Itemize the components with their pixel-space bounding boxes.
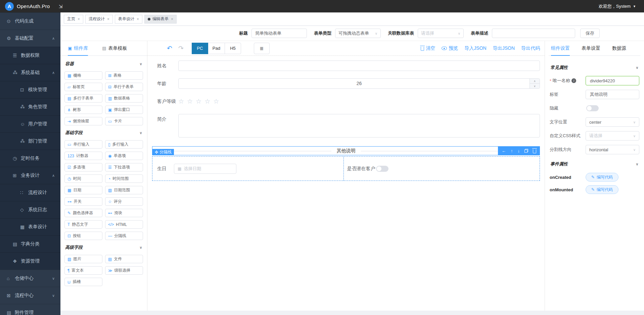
star-icon[interactable]: ☆ (196, 97, 201, 105)
sidebar-item[interactable]: ▤ 字典分类 (0, 235, 60, 252)
user-menu[interactable]: 欢迎您，System ▼ (599, 3, 636, 9)
component-item[interactable]: ⊷ 滑块 (105, 209, 143, 217)
page-tab[interactable]: 表单设计 × (115, 15, 142, 24)
sidebar-item[interactable]: ▦ 表单设计 (0, 218, 60, 235)
sidebar-item[interactable]: ☺ 用户管理 (0, 115, 60, 132)
sidebar-item[interactable]: ∷ 流程设计 (0, 184, 60, 201)
move-down-icon[interactable]: ↓ (518, 149, 520, 153)
sidebar-item[interactable]: ▤ 附件管理 (0, 304, 60, 315)
component-item[interactable]: ✎ 颜色选择器 (64, 209, 102, 217)
import-json-button[interactable]: 导入JSON (464, 45, 486, 51)
component-item[interactable]: ⋔ 树形 (64, 106, 102, 114)
export-json-button[interactable]: 导出JSON (493, 45, 515, 51)
properties-tab[interactable]: 表单设置 (582, 41, 600, 55)
custom-css-select[interactable]: 请选择 ∨ (586, 131, 639, 141)
undo-icon[interactable]: ↶ (167, 44, 172, 52)
clear-button[interactable]: 清空 (421, 45, 435, 51)
age-number-input[interactable]: 26 ∧ ∨ (178, 78, 540, 89)
device-button[interactable]: H5 (225, 43, 241, 54)
name-input[interactable] (178, 61, 540, 71)
delete-icon[interactable] (533, 149, 536, 153)
save-button[interactable]: 保存 (580, 29, 600, 38)
sidebar-item[interactable]: ⌂ 仓储中心 (0, 270, 60, 287)
component-item[interactable]: ▤ 文件 (105, 255, 143, 263)
form-title-input[interactable] (251, 29, 307, 38)
component-item[interactable]: ☆ 评分 (105, 197, 143, 206)
common-props-section-header[interactable]: 常见属性 ∨ (550, 65, 639, 71)
selected-divider-component[interactable]: 其他说明 ✜ 分隔线 ← ↑ ↓ (152, 146, 540, 155)
component-item[interactable]: ▧ 图片 (64, 255, 102, 263)
close-icon[interactable]: × (171, 17, 173, 22)
sidebar-item[interactable]: ⊡ 模块管理 (0, 81, 60, 98)
component-item[interactable]: T 静态文字 (64, 220, 102, 229)
properties-tab[interactable]: 数据源 (612, 41, 626, 55)
unique-name-input[interactable] (586, 76, 639, 85)
potential-toggle[interactable] (376, 166, 388, 172)
preview-button[interactable]: 预览 (442, 45, 458, 51)
component-item[interactable]: ▱ 标签页 (64, 83, 102, 91)
redo-icon[interactable]: ↷ (178, 44, 184, 52)
component-item[interactable]: ◷ 时间 (64, 174, 102, 183)
component-item[interactable]: ⊡ 按钮 (64, 232, 102, 240)
star-icon[interactable]: ☆ (187, 97, 193, 105)
component-item[interactable]: ⊞ 表格 (105, 71, 143, 80)
close-icon[interactable]: × (78, 17, 80, 22)
properties-tab[interactable]: 组件设置 (551, 41, 570, 55)
intro-textarea[interactable] (178, 114, 540, 137)
event-props-section-header[interactable]: 事件属性 ∨ (550, 161, 639, 167)
component-item[interactable]: ☰ 下拉选项 (105, 163, 143, 171)
decrease-button[interactable]: ∨ (530, 84, 540, 88)
sidebar-item[interactable]: ❖ 资源管理 (0, 252, 60, 270)
component-item[interactable]: ≫ 级联选择 (105, 266, 143, 275)
field-intro-row[interactable]: 简介 (152, 114, 540, 137)
device-button[interactable]: Pad (208, 43, 225, 54)
star-icon[interactable]: ☆ (204, 97, 210, 105)
component-item[interactable]: ⊟ 单行子表单 (105, 83, 143, 91)
star-icon[interactable]: ☆ (213, 97, 219, 105)
component-drag-tag[interactable]: ✜ 分隔线 (152, 149, 174, 155)
component-item[interactable]: ▭ 卡片 (105, 117, 143, 125)
sidebar-item[interactable]: ⊞ 业务设计 (0, 167, 60, 184)
field-rating-row[interactable]: 客户等级 ☆☆☆☆☆ (152, 96, 540, 107)
component-item[interactable]: ⊔ 插槽 (64, 278, 102, 286)
info-icon[interactable]: i (571, 78, 576, 83)
form-type-select[interactable]: 可拖拽动态表单 ∨ (335, 29, 381, 38)
component-item[interactable]: ◉ 单选项 (105, 152, 143, 160)
component-item[interactable]: ☑ 多选项 (64, 163, 102, 171)
device-button[interactable]: PC (192, 43, 208, 54)
component-item[interactable]: ▤ 多行子表单 (64, 94, 102, 103)
component-item[interactable]: ◔ 时间范围 (105, 174, 143, 183)
component-item[interactable]: ¶ 富文本 (64, 266, 102, 275)
grid-cell-potential[interactable]: 是否潜在客户 (344, 157, 540, 181)
component-item[interactable]: ▣ 弹出窗口 (105, 106, 143, 114)
field-name-row[interactable]: 姓名 (152, 61, 540, 71)
field-age-row[interactable]: 年龄 26 ∧ ∨ (152, 78, 540, 89)
increase-button[interactable]: ∧ (530, 79, 540, 84)
sidebar-item[interactable]: ⁂ 部门管理 (0, 132, 60, 150)
sidebar-item[interactable]: ⁂ 系统基础 (0, 64, 60, 81)
text-position-select[interactable]: center ∨ (586, 117, 639, 127)
library-tab[interactable]: ▣ 组件库 (68, 41, 88, 55)
star-icon[interactable]: ☆ (178, 97, 184, 105)
copy-icon[interactable] (524, 149, 528, 153)
page-tab[interactable]: 流程设计 × (85, 15, 113, 24)
form-desc-input[interactable] (492, 29, 575, 38)
hidden-toggle[interactable] (586, 105, 599, 111)
write-code-button[interactable]: ✎ 编写代码 (586, 185, 618, 194)
db-table-select[interactable]: 请选择 ∨ (418, 29, 464, 38)
sidebar-item[interactable]: ⚙ 基础配置 (0, 30, 60, 47)
library-section-header[interactable]: 高级字段 ∨ (65, 244, 142, 250)
collapse-sidebar-icon[interactable]: ⇲ (59, 4, 63, 9)
library-section-header[interactable]: 基础字段 ∨ (65, 130, 142, 136)
move-left-icon[interactable]: ← (502, 149, 506, 153)
move-up-icon[interactable]: ↑ (511, 149, 513, 153)
sidebar-item[interactable]: ⁂ 角色管理 (0, 98, 60, 115)
sidebar-item[interactable]: ☰ 数据权限 (0, 47, 60, 64)
component-item[interactable]: </> HTML (105, 220, 143, 229)
component-item[interactable]: ⇥ 侧滑抽屉 (64, 117, 102, 125)
library-tab[interactable]: ▤ 表单模板 (102, 41, 127, 55)
grid-container-row[interactable]: 生日 ▦ 选择日期 是否潜在客户 (152, 156, 540, 181)
divider-direction-select[interactable]: horizontal ∨ (586, 145, 639, 154)
component-item[interactable]: ▧ 日期范围 (105, 186, 143, 194)
sidebar-item[interactable]: ◇ 系统日志 (0, 201, 60, 218)
